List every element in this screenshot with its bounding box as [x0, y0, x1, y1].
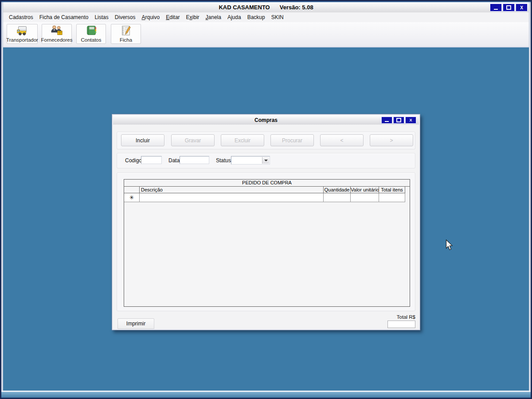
toolbar-button-transportador[interactable]: Transportador — [7, 24, 38, 44]
table-row: ✳ — [124, 193, 405, 202]
excluir-button[interactable]: Excluir — [221, 134, 264, 146]
minimize-button[interactable] — [490, 4, 502, 12]
procurar-button[interactable]: Procurar — [270, 134, 314, 146]
maximize-icon — [396, 118, 401, 122]
menu-ajuda[interactable]: Ajuda — [224, 13, 244, 22]
compras-maximize-button[interactable] — [393, 117, 404, 124]
truck-icon — [16, 25, 29, 36]
total-label: Total R$ — [343, 314, 415, 320]
mouse-cursor — [446, 239, 454, 253]
gravar-button[interactable]: Gravar — [171, 134, 215, 146]
toolbar-button-label: Transportador — [6, 37, 38, 43]
grid-title: PEDIDO DE COMPRA — [124, 180, 410, 187]
total-input[interactable] — [387, 321, 415, 328]
data-input[interactable] — [180, 156, 209, 164]
column-header-total-itens: Total itens — [379, 187, 405, 193]
pedido-grid: PEDIDO DE COMPRA Descrição Quantidade Va… — [124, 179, 410, 307]
codigo-input[interactable] — [141, 156, 162, 164]
menu-backup[interactable]: Backup — [244, 13, 268, 22]
toolbar-button-fornecedores[interactable]: Fornecedores — [42, 24, 72, 44]
maximize-button[interactable] — [503, 4, 515, 12]
new-record-marker: ✳ — [124, 193, 140, 202]
cell-valor-unitario[interactable] — [351, 193, 379, 202]
minimize-icon — [494, 9, 498, 10]
menu-janela[interactable]: Janela — [203, 13, 224, 22]
toolbar-button-contatos[interactable]: Contatos — [76, 24, 106, 44]
address-book-icon — [85, 25, 98, 36]
incluir-button[interactable]: Incluir — [121, 134, 164, 146]
menu-skin[interactable]: SKIN — [268, 13, 287, 22]
status-dropdown[interactable] — [231, 156, 270, 164]
next-record-button[interactable]: > — [370, 134, 413, 146]
maximize-icon — [506, 5, 511, 10]
toolbar: Transportador Fornecedores — [3, 22, 529, 47]
compras-minimize-button[interactable] — [381, 117, 392, 124]
arrow-cursor-icon — [446, 239, 454, 251]
toolbar-button-label: Contatos — [81, 37, 101, 43]
grid-header-row: Descrição Quantidade Valor unitário Tota… — [124, 187, 405, 193]
main-window-controls: X — [490, 4, 528, 12]
status-label: Status — [216, 157, 231, 164]
toolbar-button-label: Fornecedores — [41, 37, 73, 43]
column-header-descricao: Descrição — [140, 187, 324, 193]
compras-titlebar[interactable]: Compras — [113, 115, 419, 125]
app-title: KAD CASAMENTO — [219, 4, 270, 11]
close-icon: X — [409, 118, 412, 122]
menu-arquivo[interactable]: Arquivo — [138, 13, 163, 22]
minimize-icon — [385, 121, 389, 122]
left-frame-edge — [1, 2, 3, 391]
right-frame-edge — [529, 2, 531, 391]
column-header-marker — [124, 187, 140, 193]
compras-window: Compras X Incluir Gravar Excluir Procura… — [112, 114, 420, 330]
main-titlebar: KAD CASAMENTO Versão: 5.08 — [1, 2, 531, 12]
menu-diversos[interactable]: Diversos — [112, 13, 139, 22]
close-icon: X — [520, 5, 523, 10]
compras-window-title: Compras — [254, 117, 278, 123]
desktop: KAD CASAMENTO Versão: 5.08 X Cadastros F… — [0, 0, 532, 399]
menu-listas[interactable]: Listas — [91, 13, 111, 22]
menu-bar: Cadastros Ficha de Casamento Listas Dive… — [3, 12, 529, 22]
menu-ficha-de-casamento[interactable]: Ficha de Casamento — [36, 13, 92, 22]
status-selected-value — [231, 158, 232, 164]
menu-editar[interactable]: Editar — [163, 13, 183, 22]
menu-cadastros[interactable]: Cadastros — [6, 13, 36, 22]
compras-close-button[interactable]: X — [405, 117, 416, 124]
toolbar-button-label: Ficha — [120, 37, 132, 43]
grid-panel: PEDIDO DE COMPRA Descrição Quantidade Va… — [117, 172, 415, 311]
previous-record-button[interactable]: < — [320, 134, 364, 146]
menu-exibir[interactable]: Exibir — [183, 13, 203, 22]
bottom-frame-band — [1, 392, 531, 398]
chevron-down-icon[interactable] — [262, 157, 269, 164]
imprimir-button[interactable]: Imprimir — [117, 318, 154, 329]
data-label: Data — [168, 157, 180, 164]
compras-window-controls: X — [381, 117, 416, 124]
suppliers-icon — [50, 25, 63, 36]
cell-descricao[interactable] — [140, 193, 324, 202]
codigo-label: Codigo — [125, 157, 142, 164]
app-version: Versão: 5.08 — [280, 4, 313, 11]
cell-quantidade[interactable] — [324, 193, 351, 202]
column-header-valor-unitario: Valor unitário — [351, 187, 379, 193]
cell-total-itens[interactable] — [379, 193, 405, 202]
note-pencil-icon — [119, 25, 133, 36]
column-header-quantidade: Quantidade — [324, 187, 351, 193]
close-button[interactable]: X — [516, 4, 528, 12]
toolbar-button-ficha[interactable]: Ficha — [111, 24, 141, 44]
